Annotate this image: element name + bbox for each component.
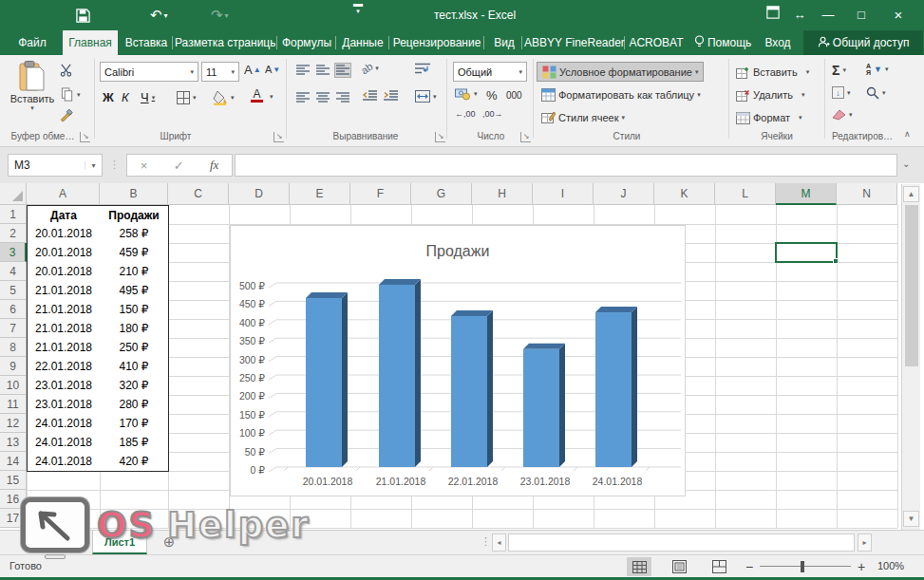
tab-общий-доступ[interactable]: Общий доступ xyxy=(803,30,923,55)
bar-20.01.2018[interactable] xyxy=(306,298,342,467)
decrease-decimal-button[interactable]: ,00→ xyxy=(482,109,503,119)
clear-dropdown-icon[interactable]: ▾ xyxy=(849,111,853,119)
minimize-button[interactable]: — xyxy=(815,0,841,30)
redo-dropdown-icon[interactable]: ▾ xyxy=(225,11,229,20)
table-cell[interactable]: 280 ₽ xyxy=(100,395,169,415)
insert-function-button[interactable]: fx xyxy=(210,158,218,173)
table-cell[interactable]: 21.01.2018 xyxy=(27,319,101,339)
column-header-N[interactable]: N xyxy=(837,183,897,205)
delete-cells-button[interactable]: Удалить▾ xyxy=(736,85,805,104)
table-cell[interactable]: 258 ₽ xyxy=(100,224,169,244)
accounting-format-button[interactable]: ▾ xyxy=(455,87,478,101)
format-cells-button[interactable]: Формат▾ xyxy=(736,108,802,127)
table-cell[interactable]: 21.01.2018 xyxy=(27,281,101,301)
delete-cells-button-dropdown-icon[interactable]: ▾ xyxy=(801,91,805,99)
bold-button[interactable]: Ж xyxy=(103,90,114,104)
column-header-E[interactable]: E xyxy=(290,183,350,205)
row-header-3[interactable]: 3 xyxy=(0,243,27,262)
align-bottom-button[interactable] xyxy=(334,63,351,78)
view-page-break-button[interactable] xyxy=(707,557,731,576)
vscroll-thumb[interactable] xyxy=(905,205,918,366)
vscroll-down-icon[interactable]: ▼ xyxy=(903,511,919,527)
font-dialog-launcher[interactable]: ↘ xyxy=(273,132,284,142)
table-cell[interactable]: 24.01.2018 xyxy=(27,414,101,434)
formula-input[interactable] xyxy=(235,154,897,177)
cut-button[interactable] xyxy=(59,63,73,77)
table-cell[interactable]: 22.01.2018 xyxy=(27,357,101,377)
tab-формулы[interactable]: Формулы xyxy=(279,30,334,55)
borders-dropdown-icon[interactable]: ▾ xyxy=(193,94,197,102)
tab-вид[interactable]: Вид xyxy=(486,30,522,55)
column-header-J[interactable]: J xyxy=(594,183,654,205)
insert-cells-button[interactable]: Вставить▾ xyxy=(736,63,809,82)
zoom-in-button[interactable]: + xyxy=(858,559,865,574)
tab-данные[interactable]: Данные xyxy=(338,30,387,55)
autosum-dropdown-icon[interactable]: ▾ xyxy=(842,66,846,74)
comma-style-button[interactable]: 000 xyxy=(506,90,522,101)
autosum-button[interactable]: Σ▾ xyxy=(832,63,846,78)
row-header-15[interactable]: 15 xyxy=(0,471,27,490)
table-cell[interactable]: 21.01.2018 xyxy=(27,338,101,358)
redo-button[interactable]: ↷ ▾ xyxy=(211,0,229,30)
format-as-table-button[interactable]: Форматировать как таблицу▾ xyxy=(537,84,706,104)
alignment-dialog-launcher[interactable]: ↘ xyxy=(435,132,445,142)
column-header-K[interactable]: K xyxy=(654,183,715,205)
table-cell[interactable]: 23.01.2018 xyxy=(27,376,101,396)
column-header-A[interactable]: A xyxy=(27,183,100,205)
number-format-select[interactable]: Общий ▾ xyxy=(453,62,527,82)
name-box[interactable]: M3 ▾ xyxy=(8,154,103,177)
cancel-button[interactable]: × xyxy=(141,159,148,173)
table-cell[interactable]: 24.01.2018 xyxy=(27,452,101,472)
format-painter-button[interactable] xyxy=(59,108,74,122)
close-button[interactable]: × xyxy=(885,0,912,30)
bar-21.01.2018[interactable] xyxy=(379,285,415,467)
collapse-ribbon-button[interactable]: ∧ xyxy=(904,129,911,139)
align-right-button[interactable] xyxy=(334,90,351,105)
resize-icon[interactable]: ↔ xyxy=(786,0,813,30)
name-box-dropdown-icon[interactable]: ▾ xyxy=(85,161,102,170)
enter-button[interactable]: ✓ xyxy=(174,159,184,173)
horizontal-scrollbar[interactable] xyxy=(508,533,855,552)
row-header-8[interactable]: 8 xyxy=(0,338,27,357)
ribbon-display-options-button[interactable] xyxy=(760,0,786,30)
accounting-dropdown-icon[interactable]: ▾ xyxy=(474,90,478,98)
column-header-C[interactable]: C xyxy=(168,183,229,205)
table-cell[interactable]: 20.01.2018 xyxy=(27,262,101,282)
row-header-7[interactable]: 7 xyxy=(0,319,27,338)
tab-файл[interactable]: Файл xyxy=(8,30,57,55)
paste-dropdown-icon[interactable]: ▾ xyxy=(30,104,34,112)
table-header-sales[interactable]: Продажи xyxy=(100,205,169,225)
table-cell[interactable]: 20.01.2018 xyxy=(27,224,101,244)
column-header-I[interactable]: I xyxy=(533,183,594,205)
format-as-table-button-dropdown-icon[interactable]: ▾ xyxy=(697,91,701,99)
bar-24.01.2018[interactable] xyxy=(595,312,632,467)
font-color-dropdown-icon[interactable]: ▾ xyxy=(270,93,273,101)
orientation-dropdown-icon[interactable]: ▾ xyxy=(375,65,379,72)
tab-рецензирование[interactable]: Рецензирование xyxy=(391,30,482,55)
clipboard-dialog-launcher[interactable]: ↘ xyxy=(80,132,90,142)
wrap-text-button[interactable] xyxy=(415,63,430,75)
paste-button[interactable]: Вставить ▾ xyxy=(8,61,57,112)
increase-decimal-button[interactable]: ←,00 xyxy=(455,109,476,119)
font-color-button[interactable]: А xyxy=(251,89,263,103)
tab-acrobat[interactable]: ACROBAT xyxy=(627,30,686,55)
row-header-2[interactable]: 2 xyxy=(0,224,27,243)
shrink-font-button[interactable]: A▼ xyxy=(265,64,280,75)
copy-button[interactable]: ▾ xyxy=(61,87,81,102)
merge-center-button[interactable]: ▾ xyxy=(415,90,437,103)
tab-разметка-страницы[interactable]: Разметка страницы xyxy=(175,30,275,55)
table-cell[interactable]: 320 ₽ xyxy=(100,376,169,396)
number-dialog-launcher[interactable]: ↘ xyxy=(520,132,531,142)
view-normal-button[interactable] xyxy=(627,557,651,576)
vscroll-up-icon[interactable]: ▲ xyxy=(903,186,919,202)
italic-button[interactable]: К xyxy=(122,90,129,104)
table-cell[interactable]: 20.01.2018 xyxy=(27,243,101,263)
selected-cell-M3[interactable] xyxy=(775,242,838,263)
row-header-14[interactable]: 14 xyxy=(0,452,27,471)
bar-23.01.2018[interactable] xyxy=(523,349,559,467)
formula-bar-expand-icon[interactable]: ⌄ xyxy=(902,159,910,169)
sort-dropdown-icon[interactable]: ▾ xyxy=(885,65,889,73)
sales-chart[interactable]: Продажи0 ₽50 ₽100 ₽150 ₽200 ₽250 ₽300 ₽3… xyxy=(230,225,686,496)
column-header-F[interactable]: F xyxy=(350,183,411,205)
column-header-B[interactable]: B xyxy=(100,183,168,205)
